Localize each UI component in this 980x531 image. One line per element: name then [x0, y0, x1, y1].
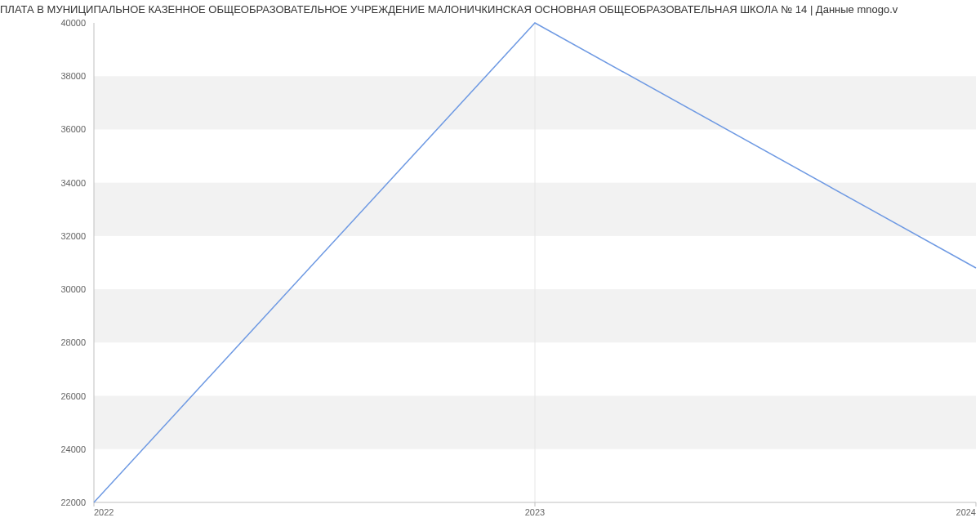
y-tick-label: 32000 — [60, 231, 86, 241]
y-tick-label: 36000 — [60, 124, 86, 134]
y-tick-label: 30000 — [60, 284, 86, 294]
chart-svg: 2200024000260002800030000320003400036000… — [0, 0, 980, 531]
x-tick-label: 2024 — [956, 507, 976, 517]
y-tick-label: 28000 — [60, 337, 86, 347]
y-tick-label: 40000 — [60, 18, 86, 28]
y-tick-label: 26000 — [60, 391, 86, 401]
x-tick-label: 2023 — [525, 507, 545, 517]
y-tick-label: 34000 — [60, 178, 86, 188]
y-tick-label: 22000 — [60, 498, 86, 507]
line-chart: ПЛАТА В МУНИЦИПАЛЬНОЕ КАЗЕННОЕ ОБЩЕОБРАЗ… — [0, 0, 980, 531]
x-tick-label: 2022 — [94, 507, 114, 517]
y-tick-label: 38000 — [60, 71, 86, 81]
y-tick-label: 24000 — [60, 444, 86, 454]
